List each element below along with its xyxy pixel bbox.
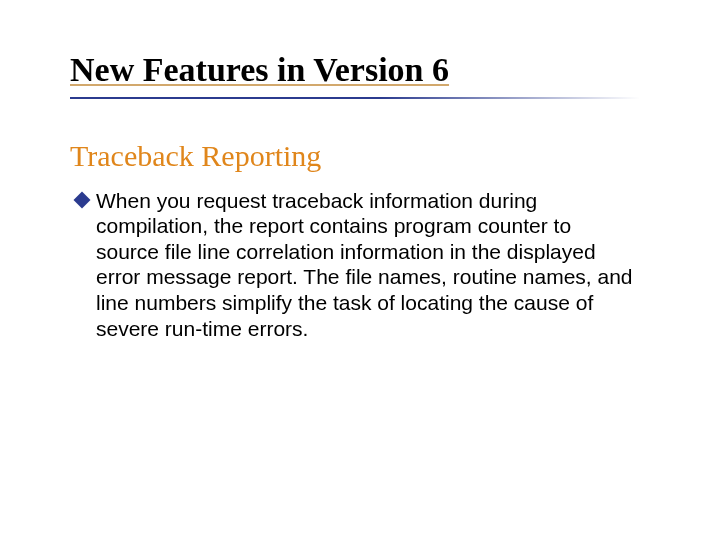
bullet-text: When you request traceback information d… [96,188,636,342]
diamond-bullet-icon [74,191,91,208]
slide-subtitle: Traceback Reporting [70,139,650,174]
bullet-item: When you request traceback information d… [70,188,636,342]
rule-fade [380,95,640,101]
title-rule [70,95,640,101]
slide: New Features in Version 6 Traceback Repo… [0,0,720,540]
slide-title: New Features in Version 6 [70,50,650,89]
